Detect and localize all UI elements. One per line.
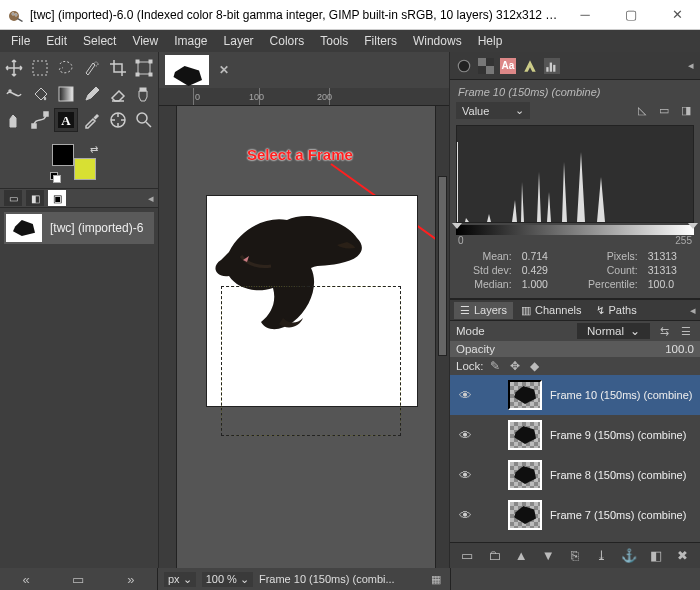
layer-mode-switch-icon[interactable]: ⇆ xyxy=(656,323,672,339)
tool-fuzzy-select[interactable] xyxy=(80,56,104,80)
layer-name[interactable]: Frame 7 (150ms) (combine) xyxy=(550,509,694,521)
menu-windows[interactable]: Windows xyxy=(406,32,469,50)
tool-paths[interactable] xyxy=(28,108,52,132)
layer-name[interactable]: Frame 8 (150ms) (combine) xyxy=(550,469,694,481)
patterns-tab-icon[interactable] xyxy=(478,58,494,74)
merge-down-button[interactable]: ⤓ xyxy=(593,547,611,565)
add-mask-button[interactable]: ◧ xyxy=(647,547,665,565)
histogram-linear-icon[interactable]: ◺ xyxy=(634,103,650,119)
layer-opacity-slider[interactable]: Opacity100.0 xyxy=(450,341,700,357)
histogram-lum-icon[interactable]: ◨ xyxy=(678,103,694,119)
tool-free-select[interactable] xyxy=(54,56,78,80)
menu-edit[interactable]: Edit xyxy=(39,32,74,50)
layer-visibility-icon[interactable]: 👁 xyxy=(456,468,474,483)
lock-alpha-icon[interactable]: ◆ xyxy=(530,359,539,373)
tool-warp[interactable] xyxy=(2,82,26,106)
tab-paths[interactable]: ↯Paths xyxy=(590,302,643,319)
ruler-vertical[interactable] xyxy=(159,106,177,568)
tool-text[interactable]: A xyxy=(54,108,78,132)
lock-pixels-icon[interactable]: ✎ xyxy=(490,359,500,373)
fonts-tab-icon[interactable]: Aa xyxy=(500,58,516,74)
ruler-horizontal[interactable]: 0 100 200 xyxy=(159,88,449,106)
tab-layers[interactable]: ☰Layers xyxy=(454,302,513,319)
menu-file[interactable]: File xyxy=(4,32,37,50)
new-group-button[interactable]: 🗀 xyxy=(485,547,503,565)
tool-paintbrush[interactable] xyxy=(80,82,104,106)
status-units[interactable]: px ⌄ xyxy=(164,572,196,587)
status-nav-icon[interactable]: ▦ xyxy=(428,571,444,587)
new-layer-button[interactable]: ▭ xyxy=(458,547,476,565)
status-zoom[interactable]: 100 % ⌄ xyxy=(202,572,253,587)
menu-view[interactable]: View xyxy=(125,32,165,50)
tool-gradient[interactable] xyxy=(54,82,78,106)
histogram-graph[interactable] xyxy=(456,125,694,223)
image-list-item[interactable]: [twc] (imported)-6 xyxy=(4,212,154,244)
layer-row[interactable]: 👁 Frame 10 (150ms) (combine) xyxy=(450,375,700,415)
raise-layer-button[interactable]: ▲ xyxy=(512,547,530,565)
tab-channels[interactable]: ▥Channels xyxy=(515,302,587,319)
histogram-range-slider[interactable] xyxy=(456,225,694,235)
layer-row[interactable]: 👁 Frame 9 (150ms) (combine) xyxy=(450,415,700,455)
right-dock-menu-icon[interactable]: ◂ xyxy=(688,59,694,72)
histogram-channel-select[interactable]: Value⌄ xyxy=(456,102,530,119)
swap-colors-icon[interactable]: ⇄ xyxy=(90,144,98,155)
tool-measure[interactable] xyxy=(106,108,130,132)
histogram-tab-icon[interactable] xyxy=(544,58,560,74)
left-dock-collapse-right[interactable]: » xyxy=(122,570,140,588)
menu-filters[interactable]: Filters xyxy=(357,32,404,50)
tool-bucket-fill[interactable] xyxy=(28,82,52,106)
dock-tab-tool-options[interactable]: ▭ xyxy=(4,190,22,206)
layer-visibility-icon[interactable]: 👁 xyxy=(456,428,474,443)
layer-visibility-icon[interactable]: 👁 xyxy=(456,388,474,403)
tool-clone[interactable] xyxy=(132,82,156,106)
tool-eraser[interactable] xyxy=(106,82,130,106)
lock-position-icon[interactable]: ✥ xyxy=(510,359,520,373)
tool-rect-select[interactable] xyxy=(28,56,52,80)
tool-color-picker[interactable] xyxy=(80,108,104,132)
layer-name[interactable]: Frame 9 (150ms) (combine) xyxy=(550,429,694,441)
canvas-tab-close-icon[interactable]: ✕ xyxy=(217,63,231,77)
menu-select[interactable]: Select xyxy=(76,32,123,50)
window-minimize-button[interactable]: ─ xyxy=(562,0,608,30)
tool-smudge[interactable] xyxy=(2,108,26,132)
layer-thumbnail xyxy=(508,500,542,530)
left-dock-collapse-left[interactable]: « xyxy=(17,570,35,588)
menu-colors[interactable]: Colors xyxy=(263,32,312,50)
anchor-layer-button[interactable]: ⚓ xyxy=(620,547,638,565)
duplicate-layer-button[interactable]: ⎘ xyxy=(566,547,584,565)
foreground-color[interactable] xyxy=(52,144,74,166)
canvas[interactable]: Select a Frame xyxy=(177,106,435,568)
menu-image[interactable]: Image xyxy=(167,32,214,50)
delete-layer-button[interactable]: ✖ xyxy=(673,547,691,565)
dock-tab-device[interactable]: ◧ xyxy=(26,190,44,206)
window-maximize-button[interactable]: ▢ xyxy=(608,0,654,30)
left-dock-expand[interactable]: ▭ xyxy=(69,570,87,588)
canvas-tab-thumb[interactable] xyxy=(165,55,209,85)
dock-tab-images[interactable]: ▣ xyxy=(48,190,66,206)
menu-tools[interactable]: Tools xyxy=(313,32,355,50)
window-title: [twc] (imported)-6.0 (Indexed color 8-bi… xyxy=(30,8,562,22)
menu-help[interactable]: Help xyxy=(471,32,510,50)
layer-mode-select[interactable]: Normal⌄ xyxy=(577,323,650,339)
history-tab-icon[interactable] xyxy=(522,58,538,74)
brushes-tab-icon[interactable] xyxy=(456,58,472,74)
menu-layer[interactable]: Layer xyxy=(217,32,261,50)
layer-row[interactable]: 👁 Frame 7 (150ms) (combine) xyxy=(450,495,700,535)
layer-row[interactable]: 👁 Frame 8 (150ms) (combine) xyxy=(450,455,700,495)
layer-visibility-icon[interactable]: 👁 xyxy=(456,508,474,523)
background-color[interactable] xyxy=(74,158,96,180)
histogram-log-icon[interactable]: ▭ xyxy=(656,103,672,119)
tool-crop[interactable] xyxy=(106,56,130,80)
reset-colors-icon[interactable] xyxy=(50,172,60,182)
layer-name[interactable]: Frame 10 (150ms) (combine) xyxy=(550,389,694,401)
lower-layer-button[interactable]: ▼ xyxy=(539,547,557,565)
canvas-scrollbar-vertical[interactable] xyxy=(435,106,449,568)
tool-zoom[interactable] xyxy=(132,108,156,132)
layers-dock-menu-icon[interactable]: ◂ xyxy=(690,304,696,317)
dock-menu-icon[interactable]: ◂ xyxy=(148,192,154,205)
tool-move[interactable] xyxy=(2,56,26,80)
window-close-button[interactable]: ✕ xyxy=(654,0,700,30)
color-swatches[interactable]: ⇄ xyxy=(50,144,100,184)
layer-mode-menu-icon[interactable]: ☰ xyxy=(678,323,694,339)
tool-transform[interactable] xyxy=(132,56,156,80)
